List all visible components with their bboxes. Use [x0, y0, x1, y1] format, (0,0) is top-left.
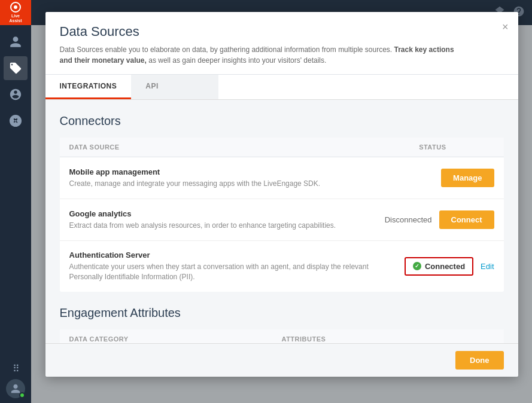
engagement-table: DATA CATEGORY ATTRIBUTES: [60, 329, 504, 343]
table-row: Mobile app management Create, manage and…: [60, 157, 504, 199]
col-header-attributes: ATTRIBUTES: [282, 335, 494, 343]
modal-title: Data Sources: [60, 24, 504, 39]
sidebar-nav: [4, 25, 28, 363]
tab-api[interactable]: API: [131, 75, 218, 99]
row-google-actions: Disconnected Connect: [375, 210, 494, 229]
row-mobile-title: Mobile app management: [69, 167, 375, 176]
sidebar-grid-icon[interactable]: ⠿: [13, 363, 19, 374]
sidebar: LiveAssist ⠿: [0, 0, 31, 403]
row-google-desc: Extract data from web analysis resources…: [69, 221, 375, 231]
data-sources-modal: Data Sources Data Sources enable you to …: [45, 12, 518, 377]
done-button[interactable]: Done: [455, 351, 504, 370]
row-mobile-desc: Create, manage and integrate your messag…: [69, 179, 375, 189]
modal-header: Data Sources Data Sources enable you to …: [45, 12, 518, 75]
row-auth-title: Authentication Server: [69, 251, 375, 259]
tag-icon: [9, 62, 22, 75]
modal-body[interactable]: Connectors DATA SOURCE STATUS Mobile app…: [45, 100, 518, 343]
modal-footer: Done: [45, 343, 518, 377]
connect-button[interactable]: Connect: [439, 210, 494, 229]
row-mobile-content: Mobile app management Create, manage and…: [69, 167, 375, 189]
sidebar-item-contacts[interactable]: [4, 83, 28, 106]
connectors-section: Connectors DATA SOURCE STATUS Mobile app…: [60, 114, 504, 292]
table-row: Google analytics Extract data from web a…: [60, 199, 504, 241]
engagement-table-header: DATA CATEGORY ATTRIBUTES: [60, 329, 504, 343]
col-header-data-source: DATA SOURCE: [69, 144, 375, 151]
sidebar-item-settings[interactable]: [4, 109, 28, 133]
modal-description: Data Sources enable you to elaborate on …: [60, 44, 467, 66]
modal-description-text1: Data Sources enable you to elaborate on …: [60, 45, 393, 54]
connected-status-badge: Connected: [405, 257, 473, 276]
row-auth-desc: Authenticate your users when they start …: [69, 262, 375, 282]
sidebar-item-users[interactable]: [4, 30, 28, 54]
modal-tabs: INTEGRATIONS API: [45, 75, 518, 100]
row-auth-content: Authentication Server Authenticate your …: [69, 251, 375, 282]
logo-icon: [10, 2, 21, 13]
col-header-status: STATUS: [375, 144, 494, 151]
person-icon: [9, 35, 22, 48]
table-row: Authentication Server Authenticate your …: [60, 241, 504, 292]
connected-label: Connected: [425, 262, 465, 271]
connectors-title: Connectors: [60, 114, 504, 128]
sidebar-logo: LiveAssist: [0, 0, 31, 25]
row-auth-actions: Connected Edit: [375, 257, 494, 276]
col-header-data-category: DATA CATEGORY: [69, 335, 282, 343]
row-google-content: Google analytics Extract data from web a…: [69, 209, 375, 231]
tab-integrations[interactable]: INTEGRATIONS: [45, 75, 132, 99]
main-area: Data Sources Data Sources enable you to …: [31, 0, 532, 403]
settings-icon: [9, 114, 22, 127]
edit-button[interactable]: Edit: [481, 262, 494, 271]
modal-overlay: Data Sources Data Sources enable you to …: [31, 0, 532, 403]
sidebar-bottom: ⠿: [6, 363, 25, 403]
row-mobile-actions: Manage: [375, 169, 494, 187]
contacts-icon: [9, 88, 22, 101]
engagement-attributes-title: Engagement Attributes: [60, 306, 504, 320]
sidebar-item-engagement[interactable]: [4, 56, 28, 80]
row-google-title: Google analytics: [69, 209, 375, 218]
connected-dot-icon: [413, 262, 421, 270]
modal-description-text2: as well as gain deeper insights into you…: [147, 56, 326, 65]
connectors-table: DATA SOURCE STATUS Mobile app management…: [60, 138, 504, 292]
manage-button[interactable]: Manage: [441, 169, 494, 187]
engagement-attributes-section: Engagement Attributes DATA CATEGORY ATTR…: [60, 306, 504, 343]
avatar-online-status: [19, 392, 25, 398]
avatar[interactable]: [6, 379, 25, 398]
avatar-icon: [10, 383, 21, 394]
disconnected-status: Disconnected: [385, 215, 432, 224]
logo-text: LiveAssist: [9, 14, 22, 24]
modal-close-button[interactable]: ×: [502, 22, 509, 32]
connectors-table-header: DATA SOURCE STATUS: [60, 138, 504, 157]
